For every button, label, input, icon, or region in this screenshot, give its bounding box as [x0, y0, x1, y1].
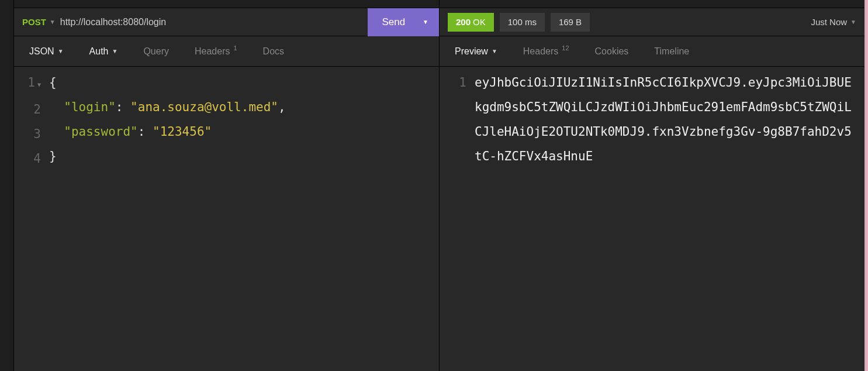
fold-icon[interactable]: ▼: [37, 73, 41, 97]
line-number-gutter: 1: [440, 70, 475, 371]
headers-count-badge: 1: [233, 44, 237, 51]
tab-query-label: Query: [143, 46, 169, 57]
line-number-gutter: 1▼ 2 3 4: [14, 70, 49, 371]
response-body-viewer[interactable]: 1 eyJhbGciOiJIUzI1NiIsInR5cCI6IkpXVCJ9.e…: [440, 67, 864, 371]
tab-response-headers-label: Headers: [523, 46, 558, 57]
tab-docs-label: Docs: [263, 46, 284, 57]
send-button-label: Send: [382, 16, 405, 28]
status-code-pill[interactable]: 200 OK: [448, 13, 494, 32]
chevron-down-icon[interactable]: ▼: [423, 19, 428, 25]
tab-timeline[interactable]: Timeline: [641, 36, 702, 66]
topbar-left: [14, 0, 439, 8]
tab-preview[interactable]: Preview ▼: [442, 36, 510, 66]
http-method-label: POST: [22, 17, 46, 27]
response-timestamp: Just Now: [811, 17, 847, 27]
topbar-right: [440, 0, 864, 8]
tab-query[interactable]: Query: [130, 36, 182, 66]
response-status-bar: 200 OK 100 ms 169 B Just Now ▼: [440, 8, 864, 36]
tab-body[interactable]: JSON ▼: [16, 36, 77, 66]
url-input[interactable]: http://localhost:8080/login: [60, 17, 364, 28]
tab-auth-label: Auth: [89, 46, 109, 57]
chevron-down-icon: ▼: [50, 19, 56, 25]
tab-cookies-label: Cookies: [595, 46, 629, 57]
response-timestamp-dropdown[interactable]: Just Now ▼: [811, 17, 856, 27]
tab-response-headers[interactable]: Headers 12: [510, 36, 582, 66]
window-left-gutter: [0, 0, 14, 371]
address-bar: POST ▼ http://localhost:8080/login Send …: [14, 8, 439, 36]
tab-cookies[interactable]: Cookies: [582, 36, 642, 66]
response-headers-count-badge: 12: [562, 44, 569, 51]
tab-preview-label: Preview: [455, 46, 488, 57]
send-button[interactable]: Send ▼: [368, 8, 439, 36]
tab-docs[interactable]: Docs: [250, 36, 297, 66]
response-body-text: eyJhbGciOiJIUzI1NiIsInR5cCI6IkpXVCJ9.eyJ…: [475, 70, 864, 371]
chevron-down-icon: ▼: [112, 48, 118, 54]
request-panel: POST ▼ http://localhost:8080/login Send …: [14, 0, 440, 371]
http-method-dropdown[interactable]: POST ▼: [22, 17, 56, 27]
tab-headers-label: Headers: [195, 46, 230, 57]
response-panel: 200 OK 100 ms 169 B Just Now ▼ Preview ▼…: [440, 0, 864, 371]
tab-timeline-label: Timeline: [654, 46, 689, 57]
status-text: OK: [473, 17, 486, 27]
tab-auth[interactable]: Auth ▼: [77, 36, 131, 66]
response-size-pill[interactable]: 169 B: [551, 13, 590, 32]
chevron-down-icon: ▼: [850, 19, 856, 25]
response-time-pill[interactable]: 100 ms: [500, 13, 545, 32]
response-tabs: Preview ▼ Headers 12 Cookies Timeline: [440, 36, 864, 67]
window-right-edge: [864, 0, 868, 371]
tab-body-label: JSON: [29, 46, 54, 57]
code-area[interactable]: { "login": "ana.souza@voll.med", "passwo…: [49, 70, 439, 371]
tab-headers[interactable]: Headers 1: [182, 36, 250, 66]
request-tabs: JSON ▼ Auth ▼ Query Headers 1 Docs: [14, 36, 439, 67]
chevron-down-icon: ▼: [492, 48, 497, 54]
chevron-down-icon: ▼: [58, 48, 64, 54]
status-code: 200: [456, 17, 471, 27]
request-body-editor[interactable]: 1▼ 2 3 4 { "login": "ana.souza@voll.med"…: [14, 67, 439, 371]
